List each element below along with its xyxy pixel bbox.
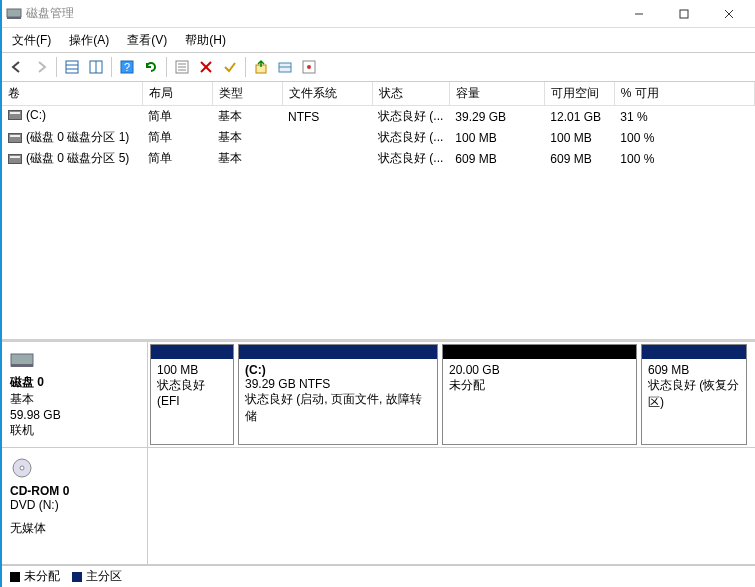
legend-swatch-primary-icon [72,572,82,582]
partition[interactable]: 100 MB 状态良好 (EFI [150,344,234,445]
toolbar-separator [166,57,167,77]
menu-view[interactable]: 查看(V) [125,30,169,51]
app-icon [6,6,22,22]
partition[interactable]: (C:) 39.29 GB NTFS 状态良好 (启动, 页面文件, 故障转储 [238,344,438,445]
col-layout[interactable]: 布局 [142,82,212,106]
partition[interactable]: 609 MB 状态良好 (恢复分区) [641,344,747,445]
disk-state: 联机 [10,422,139,439]
volume-capacity: 609 MB [449,148,544,169]
volume-icon [8,154,22,164]
toolbar: ? [2,52,755,82]
partition-strip [148,448,755,564]
volume-type: 基本 [212,127,282,148]
volume-status: 状态良好 (... [372,148,449,169]
partition-size: 39.29 GB NTFS [245,377,431,391]
volume-name: (磁盘 0 磁盘分区 5) [26,150,129,167]
disk-type: 基本 [10,391,139,408]
volume-status: 状态良好 (... [372,106,449,128]
disk-row[interactable]: 磁盘 0 基本 59.98 GB 联机 100 MB 状态良好 (EFI (C:… [2,342,755,448]
volume-free: 609 MB [544,148,614,169]
disk-label: 磁盘 0 [10,374,139,391]
volume-icon [8,110,22,120]
legend-unallocated: 未分配 [10,568,60,585]
volume-capacity: 100 MB [449,127,544,148]
menu-help[interactable]: 帮助(H) [183,30,228,51]
svg-text:?: ? [124,61,130,73]
volume-list-pane: 卷 布局 类型 文件系统 状态 容量 可用空间 % 可用 (C:) 简单 基本 … [2,82,755,342]
svg-rect-25 [11,364,33,367]
menubar: 文件(F) 操作(A) 查看(V) 帮助(H) [2,28,755,52]
disk-info: 磁盘 0 基本 59.98 GB 联机 [2,342,148,447]
partition-desc: 未分配 [449,377,630,394]
apply-button[interactable] [219,56,241,78]
volume-fs [282,127,372,148]
partition-bar [443,345,636,359]
partition-desc: 状态良好 (恢复分区) [648,377,740,411]
partition-desc: 状态良好 (EFI [157,377,227,408]
svg-point-27 [20,466,24,470]
view-detail-button[interactable] [85,56,107,78]
svg-rect-6 [66,61,78,73]
partition-size: 20.00 GB [449,363,630,377]
disk-info: CD-ROM 0 DVD (N:) 无媒体 [2,448,148,564]
col-free[interactable]: 可用空间 [544,82,614,106]
volume-name: (C:) [26,108,46,122]
cdrom-state: 无媒体 [10,520,139,537]
volume-layout: 简单 [142,106,212,128]
menu-file[interactable]: 文件(F) [10,30,53,51]
volume-layout: 简单 [142,127,212,148]
volume-table[interactable]: 卷 布局 类型 文件系统 状态 容量 可用空间 % 可用 (C:) 简单 基本 … [2,82,755,169]
volume-free: 100 MB [544,127,614,148]
volume-type: 基本 [212,106,282,128]
partition-size: 609 MB [648,363,740,377]
delete-button[interactable] [195,56,217,78]
view-list-button[interactable] [61,56,83,78]
partition-strip: 100 MB 状态良好 (EFI (C:) 39.29 GB NTFS 状态良好… [148,342,755,447]
legend-primary: 主分区 [72,568,122,585]
partition-title: (C:) [245,363,431,377]
col-capacity[interactable]: 容量 [449,82,544,106]
help-button[interactable]: ? [116,56,138,78]
maximize-button[interactable] [661,1,706,27]
legend: 未分配 主分区 [2,565,755,587]
volume-fs: NTFS [282,106,372,128]
toolbar-separator [245,57,246,77]
disk-row[interactable]: CD-ROM 0 DVD (N:) 无媒体 [2,448,755,565]
cdrom-label: CD-ROM 0 [10,484,139,498]
cdrom-icon [10,456,139,480]
toolbar-separator [111,57,112,77]
volume-capacity: 39.29 GB [449,106,544,128]
cdrom-drive: DVD (N:) [10,498,139,512]
forward-button[interactable] [30,56,52,78]
col-status[interactable]: 状态 [372,82,449,106]
volume-layout: 简单 [142,148,212,169]
svg-rect-1 [7,17,21,19]
rescan-button[interactable] [274,56,296,78]
properties-button[interactable] [298,56,320,78]
close-button[interactable] [706,1,751,27]
col-volume[interactable]: 卷 [2,82,142,106]
back-button[interactable] [6,56,28,78]
disk-size: 59.98 GB [10,408,139,422]
settings-button[interactable] [171,56,193,78]
partition-bar [151,345,233,359]
legend-primary-label: 主分区 [86,569,122,583]
partition-unallocated[interactable]: 20.00 GB 未分配 [442,344,637,445]
col-type[interactable]: 类型 [212,82,282,106]
col-pctfree[interactable]: % 可用 [614,82,754,106]
volume-row[interactable]: (磁盘 0 磁盘分区 5) 简单 基本 状态良好 (... 609 MB 609… [2,148,755,169]
menu-action[interactable]: 操作(A) [67,30,111,51]
disk-graphical-pane: 磁盘 0 基本 59.98 GB 联机 100 MB 状态良好 (EFI (C:… [2,342,755,587]
volume-row[interactable]: (磁盘 0 磁盘分区 1) 简单 基本 状态良好 (... 100 MB 100… [2,127,755,148]
column-header-row: 卷 布局 类型 文件系统 状态 容量 可用空间 % 可用 [2,82,755,106]
volume-pct: 31 % [614,106,754,128]
refresh-button[interactable] [140,56,162,78]
minimize-button[interactable] [616,1,661,27]
disk-icon [10,350,139,370]
export-button[interactable] [250,56,272,78]
partition-size: 100 MB [157,363,227,377]
col-filesystem[interactable]: 文件系统 [282,82,372,106]
titlebar: 磁盘管理 [2,0,755,28]
toolbar-separator [56,57,57,77]
volume-row[interactable]: (C:) 简单 基本 NTFS 状态良好 (... 39.29 GB 12.01… [2,106,755,128]
